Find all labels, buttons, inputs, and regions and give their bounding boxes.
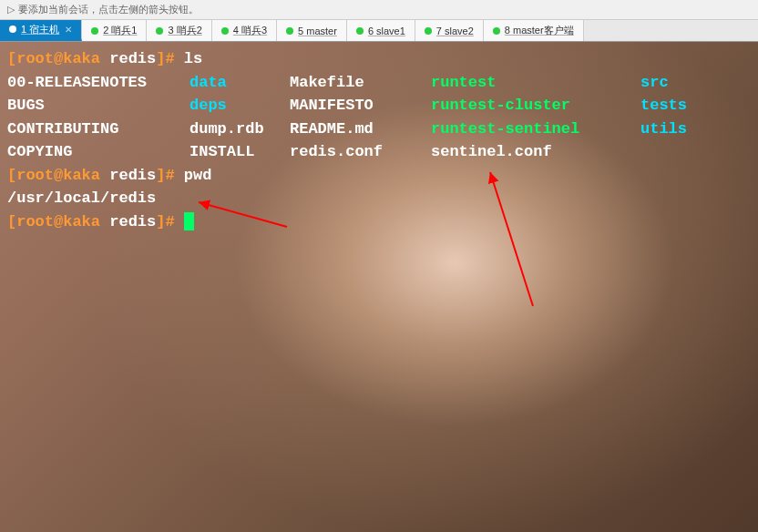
- svg-line-0: [199, 202, 287, 227]
- svg-line-1: [490, 172, 533, 306]
- tab-label: 1 宿主机: [21, 23, 59, 36]
- tab-label: 6 slave1: [368, 26, 405, 36]
- tab-sentinel-2[interactable]: 3 哨兵2: [147, 20, 211, 41]
- tab-label: 4 哨兵3: [233, 24, 267, 37]
- status-dot-icon: [156, 27, 163, 35]
- status-dot-icon: [493, 27, 500, 35]
- close-icon[interactable]: ✕: [65, 25, 72, 35]
- status-dot-icon: [221, 27, 229, 35]
- tab-label: 3 哨兵2: [168, 24, 201, 37]
- tab-label: 7 slave2: [436, 26, 474, 36]
- tab-slave-2[interactable]: 7 slave2: [415, 20, 484, 41]
- status-dot-icon: [425, 27, 432, 35]
- tab-master-client[interactable]: 8 master客户端: [484, 20, 584, 41]
- tab-host[interactable]: 1 宿主机 ✕: [0, 20, 82, 41]
- hint-bar: ▷ 要添加当前会话，点击左侧的箭头按钮。: [0, 0, 758, 20]
- status-dot-icon: [91, 27, 98, 35]
- tab-slave-1[interactable]: 6 slave1: [347, 20, 415, 41]
- annotation-arrow-icon: [191, 195, 292, 231]
- annotation-arrow-icon: [483, 165, 538, 311]
- hint-text: 要添加当前会话，点击左侧的箭头按钮。: [18, 3, 199, 16]
- tab-label: 2 哨兵1: [103, 24, 137, 37]
- tab-label: 5 master: [298, 26, 337, 36]
- status-dot-icon: [286, 27, 293, 35]
- terminal-output: [root@kaka redis]# ls 00-RELEASENOTESdat…: [7, 47, 751, 233]
- tab-master[interactable]: 5 master: [277, 20, 347, 41]
- add-session-icon: ▷: [7, 4, 15, 15]
- status-dot-icon: [9, 26, 16, 33]
- tab-label: 8 master客户端: [505, 24, 574, 37]
- status-dot-icon: [356, 27, 364, 35]
- tab-bar: 1 宿主机 ✕ 2 哨兵1 3 哨兵2 4 哨兵3 5 master 6 sla…: [0, 20, 758, 42]
- terminal[interactable]: [root@kaka redis]# ls 00-RELEASENOTESdat…: [0, 42, 758, 532]
- tab-sentinel-1[interactable]: 2 哨兵1: [82, 20, 147, 41]
- tab-sentinel-3[interactable]: 4 哨兵3: [212, 20, 277, 41]
